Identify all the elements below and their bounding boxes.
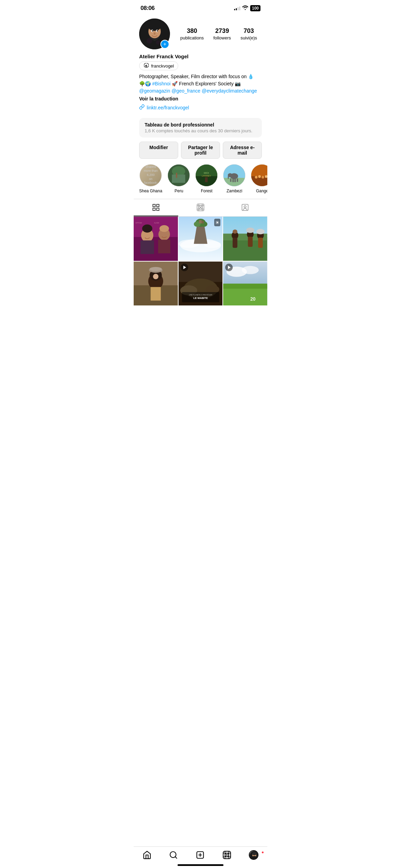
photo-cell-3[interactable] [223,217,267,261]
svg-rect-105 [223,284,267,289]
add-story-button[interactable]: + [160,40,169,49]
highlight-label-shea: Shea Ghana [139,189,162,193]
following-stat[interactable]: 703 suivi(e)s [241,27,257,40]
svg-text:MOI: MOI [204,171,209,174]
svg-rect-54 [141,240,154,254]
svg-point-8 [152,30,153,32]
highlight-gange[interactable]: Gange [251,164,267,193]
photo-cell-2[interactable] [179,217,223,261]
highlight-forest[interactable]: MOI LATONEY Forest [195,164,218,193]
following-label: suivi(e)s [241,35,257,40]
action-buttons: Modifier Partager le profil Adresse e-ma… [134,142,267,164]
svg-point-77 [233,230,238,234]
svg-rect-51 [134,237,178,261]
publications-stat[interactable]: 380 publications [180,27,204,40]
profile-link[interactable]: linktr.ee/franckvogel [139,104,262,111]
svg-point-83 [256,229,265,234]
following-count: 703 [244,27,254,35]
svg-rect-15 [176,173,178,178]
svg-rect-38 [157,204,159,207]
svg-rect-57 [158,240,170,253]
svg-rect-69 [202,221,204,224]
tagged-icon [241,203,249,212]
svg-rect-82 [258,238,263,248]
threads-badge[interactable]: franckvogel [139,61,178,70]
share-profile-button[interactable]: Partager le profil [181,142,220,159]
tab-tagged[interactable] [223,199,267,216]
profile-link-text[interactable]: linktr.ee/franckvogel [147,105,189,110]
svg-rect-76 [233,238,238,248]
highlight-peru[interactable]: Peru [168,164,190,193]
followers-count: 2739 [215,27,229,35]
threads-username: franckvogel [151,63,174,69]
status-icons: 100 [234,5,260,11]
svg-rect-29 [228,176,229,179]
highlight-label-zambezi: Zambezi [227,189,242,193]
svg-point-34 [262,176,264,179]
dashboard-title: Tableau de bord professionnel [145,122,256,128]
bio-link-climate[interactable]: @everydayclimatechange [202,88,257,94]
highlight-label-forest: Forest [201,189,212,193]
highlight-label-gange: Gange [256,189,267,193]
svg-rect-37 [153,204,155,207]
bio-link-geomagazin[interactable]: @geomagazin [139,88,170,94]
profile-stats: 380 publications 2739 followers 703 suiv… [175,27,262,40]
svg-rect-88 [150,287,161,301]
photo-cell-5[interactable]: UNE PLANÈTE À PROTÉGER LE MABITE [179,262,223,306]
publications-label: publications [180,35,204,40]
link-icon [139,104,145,111]
threads-icon [144,63,149,69]
svg-point-91 [150,267,162,271]
photo-grid: OPTISM ALISM [134,217,267,305]
professional-dashboard[interactable]: Tableau de bord professionnel 1,6 K comp… [139,118,262,137]
followers-label: followers [213,35,231,40]
svg-rect-14 [172,174,185,183]
reels-icon [196,203,205,212]
avatar-container[interactable]: + [139,19,170,49]
followers-stat[interactable]: 2739 followers [213,27,231,40]
svg-point-53 [142,225,153,233]
email-button[interactable]: Adresse e-mail [223,142,262,159]
svg-point-89 [153,274,158,279]
profile-info: Atelier Franck Vogel franckvogel Photogr… [134,52,267,118]
photo-cell-6[interactable]: 20 [223,262,267,306]
svg-point-49 [244,206,246,208]
photo-cell-4[interactable] [134,262,178,306]
highlight-zambezi[interactable]: Zambezi [223,164,245,193]
svg-text:20: 20 [251,296,256,301]
modify-button[interactable]: Modifier [139,142,178,159]
bio-hashtag[interactable]: #Bishnoi [152,81,171,86]
photo-cell-1[interactable]: OPTISM ALISM [134,217,178,261]
svg-point-43 [200,207,201,208]
svg-marker-100 [183,266,186,269]
svg-point-56 [159,225,169,232]
svg-text:UNE PLANÈTE À PROTÉGER: UNE PLANÈTE À PROTÉGER [189,294,212,296]
bio-link-geofrance[interactable]: @geo_france [171,88,200,94]
video-badge-2 [214,219,220,226]
status-time: 08:06 [141,5,155,12]
content-tabs [134,199,267,217]
svg-point-103 [242,266,259,274]
svg-rect-20 [205,177,208,182]
svg-point-9 [157,30,158,32]
signal-icon [234,6,240,10]
svg-rect-26 [234,179,236,182]
grid-icon [152,203,160,212]
wifi-icon [242,5,248,11]
svg-text:LE MABITE: LE MABITE [193,297,208,300]
svg-rect-24 [230,179,232,182]
svg-point-33 [258,175,261,178]
battery-icon: 100 [250,5,260,11]
svg-rect-25 [233,179,234,182]
svg-text:LATONEY: LATONEY [202,175,211,177]
svg-rect-39 [153,208,155,210]
bio-translation[interactable]: Voir la traduction [139,96,262,101]
svg-point-3 [156,40,160,45]
bio: Photographer, Speaker, Film director wit… [139,73,262,95]
reel-badge-5 [181,264,188,271]
highlight-shea-ghana[interactable]: been shared more than 6,200 on facebook!… [139,164,162,193]
tab-grid[interactable] [134,199,178,216]
svg-rect-79 [248,237,253,247]
svg-rect-68 [199,220,202,224]
tab-reels[interactable] [178,199,223,216]
